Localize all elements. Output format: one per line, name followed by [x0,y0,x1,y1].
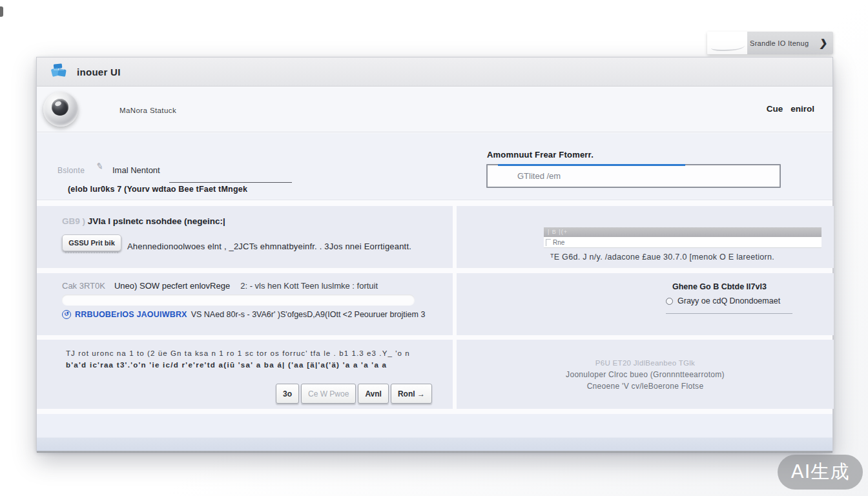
button-avnl[interactable]: Avnl [358,384,389,404]
main-window: inouer UI MaNora Statuck Cue enirol Bslo… [36,57,833,452]
panel-terms: TJ rot uronc na 1 to (2 üe Gn ta ksa n 1… [37,340,453,409]
screen-edge-mark [0,6,3,17]
panel-choice: Ghene Go B Cbtde Il7vl3 Grayy oe cdQ Dno… [457,273,834,335]
version-input[interactable]: Rne [544,237,822,248]
terms-button-row: 3o Ce W Pwoe Avnl Ronl → [276,384,432,404]
field-label-main: Imal Nentont [112,165,160,175]
swoosh-icon [707,32,747,54]
credits-line1: P6U ET20 JldlBeanbeo TGlk [457,359,834,367]
network-link[interactable]: ↺ RRBUOBErIOS JAOUIWBRX VS NAed 80r-s - … [62,310,425,319]
header-action-enirol[interactable]: enirol [790,104,814,114]
terms-text-line1: TJ rot uronc na 1 to (2 üe Gn ta ksa n 1… [66,349,428,357]
version-progress-bar[interactable]: | B |(+ [544,227,822,237]
orb-glyph-icon [52,99,68,116]
header-action-cue[interactable]: Cue [767,104,783,114]
panel-network: Cak 3RT0KUneo) SOW pecfert enlovRege2: -… [37,273,453,335]
choice-radio-option[interactable]: Grayy oe cdQ Dnondoemaet [666,296,780,305]
network-heading-main: Uneo) SOW pecfert enlovRege [114,281,230,291]
field-label-muted: Bslonte [57,166,85,175]
refresh-circle-icon: ↺ [62,310,71,319]
header-status-label: MaNora Statuck [119,107,176,114]
panel-version: | B |(+ Rne ᵀE G6d. J n/y. /adacone £aue… [457,206,834,268]
chevron-right-icon[interactable]: ❯ [819,37,829,49]
app-cube-icon [50,63,68,81]
window-footer-strip [37,437,832,451]
section-top-form: Bslonte ✎ Imal Nentont (elob lur0ks 7 (Y… [37,133,832,200]
network-link-rest: VS NAed 80r-s - 3VA6r' )S'ofgesD,A9(IOtt… [191,310,426,319]
network-heading-muted: Cak 3RT0K [62,281,105,291]
terms-text-line2: b'a'd ic'raa t3'.'o'n 'ie ic/d r'e're'td… [66,361,428,369]
panel-credits: P6U ET20 JldlBeanbeo TGlk Joonuloper Clr… [457,340,834,409]
amount-input[interactable] [486,164,781,188]
amount-input-accent [498,164,685,166]
credits-line3: Cneoene 'V cv/leBoerone Flotse [457,382,834,391]
button-3o[interactable]: 3o [276,384,299,404]
build-action-button[interactable]: GSSU Prit bik [62,234,121,251]
window-header: MaNora Statuck Cue enirol [37,87,832,132]
version-caption: ᵀE G6d. J n/y. /adacone £aue 30.7.0 [men… [550,253,774,262]
pencil-icon: ✎ [96,161,105,172]
build-heading: GB9 ) JVla I pslnetc nsohdee (negeinc:| [62,216,225,226]
choice-radio-label: Grayy oe cdQ Dnondoemaet [677,296,780,305]
build-heading-main: JVla I pslnetc nsohdee (negeinc:| [85,216,225,226]
field-subtext: (elob lur0ks 7 (Yourv wdtao Bee tFaet tM… [68,185,247,194]
window-bottom-edge [37,451,832,453]
panel-build: GB9 ) JVla I pslnetc nsohdee (negeinc:| … [37,206,453,268]
network-input-pill[interactable] [62,294,415,305]
build-description: Ahennedionoolwoes elnt , _2JCTs ehmnatby… [127,242,411,251]
window-titlebar: inouer UI [37,57,832,87]
network-heading-tail: 2: - vls hen Kott Teen luslmke : fortuit [240,281,378,291]
network-heading: Cak 3RT0KUneo) SOW pecfert enlovRege2: -… [62,281,378,291]
orb-button[interactable] [43,92,78,127]
choice-heading: Ghene Go B Cbtde Il7vl3 [672,282,767,291]
field-underline[interactable] [169,182,292,183]
window-title: inouer UI [77,67,121,78]
network-link-bold[interactable]: RRBUOBErIOS JAOUIWBRX [75,310,187,319]
button-ronl-next[interactable]: Ronl → [391,384,432,404]
toolbar-label: Srandle IO Itenug [750,39,809,47]
credits-line2: Joonuloper Clroc bueo (Gronnntteearrotom… [457,370,834,379]
mini-toolbar[interactable]: Srandle IO Itenug ❯ [707,32,833,54]
build-heading-faded: GB9 ) [62,216,85,226]
amount-label: Amomnuut Frear Ftomerr. [487,150,594,160]
choice-underline [666,313,792,314]
window-footer [37,414,832,437]
radio-icon[interactable] [666,298,673,305]
ai-watermark-badge: AI生成 [778,455,863,490]
button-ce-w-pwoe[interactable]: Ce W Pwoe [301,384,356,404]
